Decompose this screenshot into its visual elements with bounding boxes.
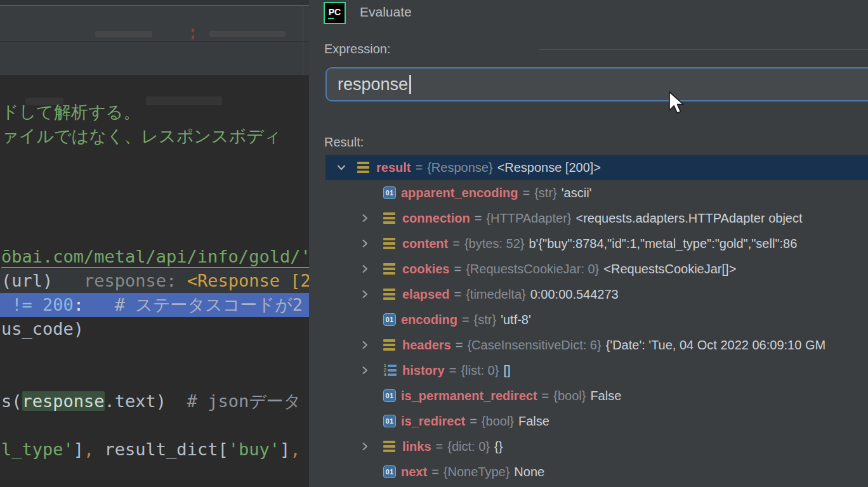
code-segment: response: [84, 271, 187, 290]
variable-type: {bool} [482, 414, 514, 429]
object-icon [383, 212, 397, 224]
variable-value: <Response [200]> [497, 160, 601, 175]
object-icon [357, 161, 371, 174]
primitive-icon: 01 [383, 186, 396, 199]
result-tree: result={Response}<Response [200]>01appar… [326, 155, 868, 484]
primitive-icon: 01 [383, 389, 396, 402]
code-segment: (url) [1, 271, 53, 290]
variable-row-links[interactable]: links={dict: 0}{} [326, 434, 868, 459]
window-top-strip [0, 0, 309, 6]
variable-row-history[interactable]: 123history={list: 0}[] [326, 358, 868, 383]
variable-value: None [514, 465, 544, 479]
text-caret [409, 75, 411, 94]
equals-sign: = [454, 262, 461, 276]
variable-type: {dict: 0} [447, 439, 490, 454]
expression-input[interactable]: response [326, 67, 868, 101]
variable-row-connection[interactable]: connection={HTTPAdapter}<requests.adapte… [326, 205, 868, 231]
expand-icon[interactable] [358, 339, 371, 351]
variable-name: elapsed [402, 287, 449, 302]
code-line[interactable]: ōbai.com/metal/api/info/gold/' [0, 245, 309, 269]
variable-type: {NoneType} [444, 465, 510, 479]
code-segment: r [300, 439, 309, 459]
tabs-blur-band [0, 42, 309, 75]
equals-sign: = [462, 313, 470, 327]
code-segment: ドして解析する。 [1, 102, 140, 122]
expand-icon[interactable] [358, 364, 371, 377]
variable-row-headers[interactable]: headers={CaseInsensitiveDict: 6}{'Date':… [326, 332, 868, 358]
panel-divider [303, 5, 303, 75]
code-segment: us_code) [1, 319, 84, 339]
list-icon: 123 [383, 364, 397, 377]
variable-type: {HTTPAdapter} [486, 211, 571, 226]
equals-sign: = [436, 439, 444, 454]
pycharm-logo-text: PC [329, 8, 341, 16]
variable-value: 0:00:00.544273 [530, 287, 619, 302]
variable-row-content[interactable]: content={bytes: 52}b'{"buy":8784,"id":1,… [326, 231, 868, 256]
variable-row-is_redirect[interactable]: 01is_redirect={bool}False [326, 408, 868, 434]
variable-row-result[interactable]: result={Response}<Response [200]> [326, 155, 868, 180]
code-segment: != 200 [1, 295, 74, 315]
blur-artifact-line [539, 49, 868, 50]
evaluate-dialog: PC Evaluate Expression: response Result:… [309, 0, 868, 487]
dialog-title: Evaluate [360, 4, 412, 20]
expand-icon[interactable] [358, 263, 371, 275]
variable-type: {str} [534, 186, 557, 200]
variable-name: cookies [402, 262, 449, 276]
code-segment: s( [1, 391, 22, 411]
expander-spacer [358, 313, 371, 326]
equals-sign: = [452, 237, 460, 251]
code-line[interactable]: ドして解析する。 [0, 100, 309, 124]
code-segment: ァイルではなく、レスポンスボディ [1, 126, 282, 146]
blur-artifact [209, 31, 286, 37]
code-area[interactable]: ドして解析する。ァイルではなく、レスポンスボディōbai.com/metal/a… [0, 75, 309, 487]
variable-type: {CaseInsensitiveDict: 6} [467, 338, 601, 353]
toolbar-blur-band [0, 6, 309, 42]
equals-sign: = [449, 363, 457, 378]
equals-sign: = [456, 338, 463, 353]
expander-spacer [358, 465, 371, 478]
equals-sign: = [470, 414, 477, 429]
equals-sign: = [475, 211, 482, 226]
variable-row-cookies[interactable]: cookies={RequestsCookieJar: 0}<RequestsC… [326, 256, 868, 282]
code-segment: , [84, 439, 94, 459]
code-segment: ] [280, 439, 290, 459]
code-line[interactable]: us_code) [0, 317, 309, 341]
primitive-icon: 01 [383, 465, 396, 478]
code-segment: response [22, 391, 105, 411]
primitive-icon: 01 [383, 313, 396, 326]
object-icon [383, 440, 397, 453]
code-segment: # ステータスコードが2 [84, 295, 303, 315]
mouse-cursor [667, 91, 687, 117]
variable-row-next[interactable]: 01next={NoneType}None [326, 459, 868, 484]
blur-artifact [95, 31, 152, 37]
code-line[interactable]: (url) response: <Response [20 [0, 269, 309, 293]
expander-spacer [358, 415, 371, 427]
variable-value: <requests.adapters.HTTPAdapter object [576, 211, 803, 226]
variable-value: {} [494, 439, 503, 454]
expand-icon[interactable] [358, 212, 371, 224]
expand-icon[interactable] [358, 237, 371, 250]
variable-type: {bytes: 52} [464, 237, 525, 251]
variable-value: [] [503, 363, 510, 378]
code-line[interactable]: != 200: # ステータスコードが2 [0, 293, 309, 317]
code-segment: ] [74, 439, 84, 459]
variable-row-elapsed[interactable]: elapsed={timedelta}0:00:00.544273 [326, 282, 868, 307]
variable-row-encoding[interactable]: 01encoding={str}'utf-8' [326, 307, 868, 332]
expand-icon[interactable] [358, 288, 371, 301]
variable-row-apparent_encoding[interactable]: 01apparent_encoding={str}'ascii' [326, 180, 868, 205]
code-line[interactable]: l_type'], result_dict['buy'], r [0, 438, 309, 462]
expander-spacer [358, 389, 371, 402]
variable-name: links [402, 439, 431, 454]
variable-name: next [401, 465, 427, 479]
variable-name: history [402, 363, 445, 378]
object-icon [383, 288, 397, 301]
variable-type: {RequestsCookieJar: 0} [466, 262, 599, 276]
code-line[interactable]: s(response.text) # jsonデータ [0, 389, 309, 413]
collapse-icon[interactable] [335, 161, 348, 174]
code-line[interactable]: ァイルではなく、レスポンスボディ [0, 124, 309, 148]
expand-icon[interactable] [358, 440, 371, 453]
variable-type: {timedelta} [466, 287, 526, 302]
variable-type: {list: 0} [461, 363, 499, 378]
blur-artifact-red [192, 29, 194, 32]
variable-row-is_permanent_redirect[interactable]: 01is_permanent_redirect={bool}False [326, 383, 868, 408]
